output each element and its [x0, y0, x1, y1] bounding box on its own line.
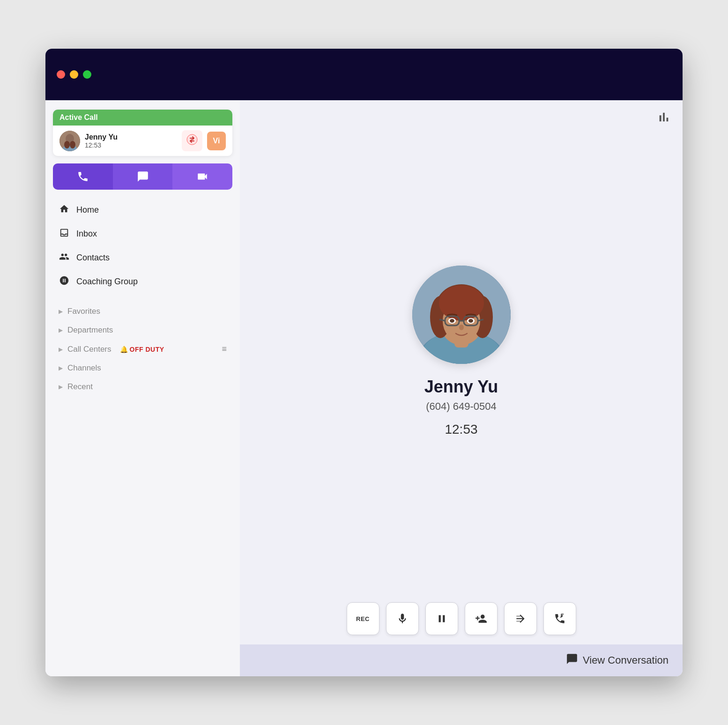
view-conversation-button[interactable]: View Conversation	[566, 653, 669, 668]
transfer-list-button[interactable]	[504, 602, 537, 635]
close-button[interactable]	[57, 70, 65, 79]
svg-point-29	[468, 319, 473, 323]
caller-avatar	[59, 131, 80, 151]
contact-phone: (604) 649-0504	[426, 400, 496, 413]
phone-callback-icon	[554, 613, 566, 625]
minimize-button[interactable]	[70, 70, 78, 79]
maximize-button[interactable]	[83, 70, 91, 79]
coaching-group-label: Coaching Group	[76, 277, 138, 287]
svg-rect-5	[60, 280, 63, 281]
traffic-lights	[57, 70, 91, 79]
svg-point-28	[450, 319, 454, 323]
call-centers-section[interactable]: ▶ Call Centers 🔔 OFF DUTY ≡	[53, 340, 232, 359]
departments-section[interactable]: ▶ Departments	[53, 321, 232, 340]
svg-rect-6	[66, 280, 68, 281]
video-icon	[196, 170, 208, 183]
svg-point-3	[70, 141, 75, 148]
call-display: Jenny Yu (604) 649-0504 12:53	[240, 137, 683, 593]
hamburger-icon[interactable]: ≡	[222, 344, 227, 354]
call-centers-arrow-icon: ▶	[59, 346, 63, 353]
svg-rect-8	[64, 282, 65, 285]
svg-point-19	[439, 285, 484, 321]
off-duty-badge[interactable]: 🔔 OFF DUTY	[120, 346, 164, 353]
bottom-bar: View Conversation	[240, 644, 683, 676]
off-duty-text: OFF DUTY	[130, 346, 164, 353]
collapsible-sections: ▶ Favorites ▶ Departments ▶ Call Centers…	[53, 302, 232, 396]
sidebar-item-contacts[interactable]: Contacts	[53, 247, 232, 269]
home-label: Home	[76, 205, 99, 215]
chat-action-button[interactable]	[113, 163, 173, 190]
contact-photo	[412, 266, 511, 364]
contacts-svg-icon	[59, 252, 69, 262]
recent-label: Recent	[67, 382, 93, 392]
favorites-section[interactable]: ▶ Favorites	[53, 302, 232, 321]
main-content: Jenny Yu (604) 649-0504 12:53 REC	[240, 100, 683, 676]
mute-button[interactable]	[386, 602, 419, 635]
channels-arrow-icon: ▶	[59, 365, 63, 371]
active-call-body: Jenny Yu 12:53 Vi	[53, 126, 232, 156]
svg-rect-30	[516, 616, 520, 617]
svg-rect-7	[64, 277, 65, 279]
add-call-button[interactable]	[465, 602, 498, 635]
vi-badge: Vi	[207, 132, 226, 150]
favorites-label: Favorites	[67, 307, 100, 316]
svg-point-2	[64, 141, 70, 148]
main-top-bar	[240, 100, 683, 137]
titlebar	[45, 49, 683, 100]
call-controls: REC	[240, 593, 683, 644]
app-window: Active Call	[45, 49, 683, 676]
departments-arrow-icon: ▶	[59, 327, 63, 333]
svg-rect-31	[516, 621, 520, 621]
rec-icon: REC	[356, 615, 370, 622]
bell-icon: 🔔	[120, 346, 128, 353]
transfer-arrows-icon	[186, 134, 198, 145]
sidebar-item-inbox[interactable]: Inbox	[53, 223, 232, 245]
stats-icon	[656, 110, 671, 128]
pause-icon	[436, 613, 448, 625]
inbox-icon	[59, 228, 70, 240]
nav-section: Home Inbox Contact	[53, 199, 232, 293]
recent-section[interactable]: ▶ Recent	[53, 377, 232, 396]
channels-section[interactable]: ▶ Channels	[53, 359, 232, 377]
active-call-card: Active Call	[53, 110, 232, 156]
caller-name: Jenny Yu	[85, 133, 177, 141]
caller-avatar-img	[59, 131, 80, 151]
rec-button[interactable]: REC	[347, 602, 379, 635]
home-svg-icon	[59, 204, 69, 214]
contact-avatar-svg	[412, 266, 511, 364]
channels-label: Channels	[67, 363, 101, 373]
add-person-icon	[475, 613, 487, 625]
svg-point-25	[459, 325, 464, 330]
more-options-button[interactable]	[543, 602, 576, 635]
caller-info: Jenny Yu 12:53	[85, 133, 177, 149]
contact-name: Jenny Yu	[424, 377, 498, 397]
caller-duration: 12:53	[85, 141, 177, 149]
recent-arrow-icon: ▶	[59, 384, 63, 390]
conversation-icon	[566, 653, 578, 668]
sidebar-item-coaching-group[interactable]: Coaching Group	[53, 271, 232, 293]
phone-action-button[interactable]	[53, 163, 113, 190]
coaching-svg-icon	[59, 275, 69, 286]
forward-list-icon	[514, 613, 527, 625]
chat-icon	[137, 170, 149, 183]
active-call-label: Active Call	[59, 113, 98, 121]
inbox-label: Inbox	[76, 229, 97, 239]
pause-button[interactable]	[425, 602, 458, 635]
call-timer: 12:53	[445, 422, 477, 437]
contacts-label: Contacts	[76, 253, 110, 263]
active-call-header: Active Call	[53, 110, 232, 126]
sidebar-item-home[interactable]: Home	[53, 199, 232, 221]
mic-icon	[396, 613, 409, 625]
view-conversation-label: View Conversation	[583, 654, 669, 666]
contacts-icon	[59, 252, 70, 264]
favorites-arrow-icon: ▶	[59, 308, 63, 315]
phone-icon	[77, 170, 89, 183]
sidebar: Active Call	[45, 100, 240, 676]
chat-bubble-icon	[566, 653, 578, 665]
transfer-button[interactable]	[182, 130, 202, 151]
video-action-button[interactable]	[172, 163, 232, 190]
departments-label: Departments	[67, 326, 113, 335]
inbox-svg-icon	[59, 228, 69, 238]
content-area: Active Call	[45, 100, 683, 676]
avatar-svg	[59, 131, 80, 151]
